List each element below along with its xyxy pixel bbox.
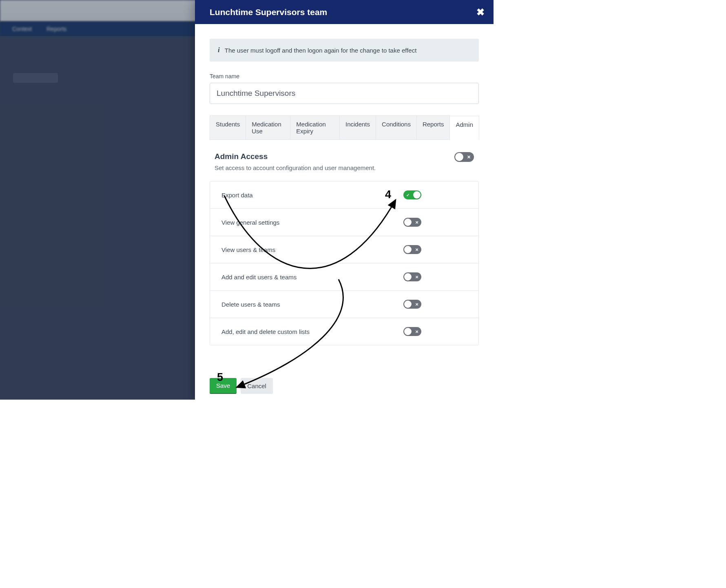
permission-label: Delete users & teams bbox=[221, 301, 280, 308]
permission-row: Add and edit users & teams bbox=[210, 263, 478, 291]
tab-medication-use[interactable]: Medication Use bbox=[246, 115, 290, 139]
cancel-button[interactable]: Cancel bbox=[241, 378, 273, 394]
info-icon: i bbox=[218, 46, 220, 54]
save-button[interactable]: Save bbox=[210, 378, 237, 394]
permission-row: Add, edit and delete custom lists bbox=[210, 318, 478, 345]
close-icon[interactable]: ✖ bbox=[476, 7, 485, 17]
team-name-input[interactable] bbox=[210, 83, 479, 104]
team-name-label: Team name bbox=[210, 73, 479, 80]
section-header: Admin Access Set access to account confi… bbox=[210, 140, 479, 171]
permission-row: Delete users & teams bbox=[210, 291, 478, 318]
permissions-list: Export dataView general settingsView use… bbox=[210, 181, 479, 345]
panel-header: Lunchtime Supervisors team ✖ bbox=[195, 0, 494, 24]
permission-toggle[interactable] bbox=[403, 245, 421, 254]
tabs: StudentsMedication UseMedication ExpiryI… bbox=[210, 115, 479, 140]
permission-label: Add, edit and delete custom lists bbox=[221, 328, 310, 335]
permission-row: Export data bbox=[210, 181, 478, 209]
permission-label: Export data bbox=[221, 192, 253, 199]
tab-medication-expiry[interactable]: Medication Expiry bbox=[290, 115, 340, 139]
permission-toggle[interactable] bbox=[403, 272, 421, 281]
tab-conditions[interactable]: Conditions bbox=[376, 115, 417, 139]
permission-label: View general settings bbox=[221, 219, 279, 226]
section-title: Admin Access bbox=[215, 152, 376, 161]
permission-toggle[interactable] bbox=[403, 327, 421, 336]
tab-students[interactable]: Students bbox=[210, 115, 246, 139]
permission-label: Add and edit users & teams bbox=[221, 274, 297, 281]
tab-reports[interactable]: Reports bbox=[416, 115, 450, 139]
panel-footer: Save Cancel bbox=[195, 372, 494, 400]
permission-toggle[interactable] bbox=[403, 300, 421, 309]
panel-title: Lunchtime Supervisors team bbox=[210, 7, 327, 17]
permission-row: View general settings bbox=[210, 209, 478, 236]
permission-toggle[interactable] bbox=[403, 190, 421, 199]
info-message: The user must logoff and then logon agai… bbox=[225, 47, 417, 54]
team-settings-panel: Lunchtime Supervisors team ✖ i The user … bbox=[195, 0, 494, 400]
permission-label: View users & teams bbox=[221, 246, 275, 253]
section-description: Set access to account configuration and … bbox=[215, 164, 376, 171]
tab-admin[interactable]: Admin bbox=[449, 116, 479, 140]
info-banner: i The user must logoff and then logon ag… bbox=[210, 39, 479, 62]
permission-row: View users & teams bbox=[210, 236, 478, 263]
permission-toggle[interactable] bbox=[403, 218, 421, 227]
tab-incidents[interactable]: Incidents bbox=[339, 115, 376, 139]
master-admin-toggle[interactable] bbox=[454, 152, 474, 162]
